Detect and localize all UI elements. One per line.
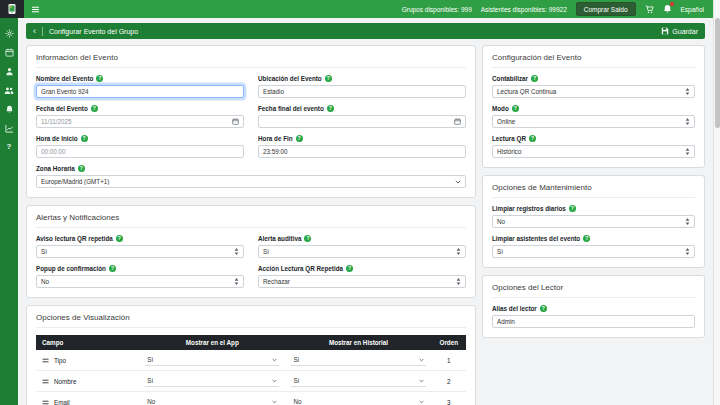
drag-handle-icon[interactable] xyxy=(42,379,49,384)
mode-label: Modo ? xyxy=(492,105,695,112)
chevron-down-icon xyxy=(455,180,461,184)
help-icon[interactable]: ? xyxy=(529,135,536,142)
calendar-picker-icon[interactable] xyxy=(454,118,461,125)
card-event-config: Configuración del Evento Contabilizar ? … xyxy=(482,45,705,168)
confirmation-popup-select[interactable]: No xyxy=(36,275,244,288)
groups-available-label: Grupos disponibles: 999 xyxy=(402,6,472,13)
help-icon[interactable]: ? xyxy=(81,135,88,142)
help-icon[interactable]: ? xyxy=(296,135,303,142)
card-display-options: Opciones de Visualización Campo Mostrar … xyxy=(26,305,476,405)
reader-alias-label: Alias del lector ? xyxy=(492,305,695,312)
select-arrows-icon xyxy=(234,248,239,255)
help-icon[interactable]: ? xyxy=(116,235,123,242)
end-time-label: Hora de Fin ? xyxy=(258,135,466,142)
calendar-picker-icon[interactable] xyxy=(232,118,239,125)
back-button[interactable]: ‹ xyxy=(33,27,36,36)
card-event-info-title: Información del Evento xyxy=(36,53,466,68)
qr-reading-label: Lectura QR ? xyxy=(492,135,695,142)
help-icon[interactable]: ? xyxy=(531,75,538,82)
help-icon[interactable]: ? xyxy=(569,205,576,212)
show-in-app-select[interactable]: Sí xyxy=(145,375,279,387)
chart-icon[interactable] xyxy=(5,124,14,133)
show-in-history-select[interactable]: Sí xyxy=(291,354,425,366)
scrollbar-thumb[interactable] xyxy=(715,18,720,128)
mode-select[interactable]: Online xyxy=(492,115,695,128)
help-icon[interactable]: ? xyxy=(109,265,116,272)
card-alerts: Alertas y Notificaciones Aviso lectura Q… xyxy=(26,205,476,298)
page-title: Configurar Evento del Grupo xyxy=(49,28,138,35)
buy-balance-button[interactable]: Comprar Saldo xyxy=(576,2,636,16)
menu-icon[interactable] xyxy=(31,5,40,14)
help-icon[interactable]: ? xyxy=(91,105,98,112)
save-icon xyxy=(661,27,669,35)
show-in-app-select[interactable]: Sí xyxy=(145,354,279,366)
select-arrows-icon xyxy=(685,88,690,95)
bell-icon[interactable] xyxy=(5,105,14,114)
event-name-input-wrap xyxy=(36,85,244,98)
calendar-icon[interactable] xyxy=(5,48,14,57)
select-arrows-icon xyxy=(234,278,239,285)
page-header: ‹ Configurar Evento del Grupo Guardar xyxy=(26,23,705,39)
repeated-qr-action-select[interactable]: Rechazar xyxy=(258,275,466,288)
help-icon[interactable]: ? xyxy=(346,265,353,272)
display-options-table: Campo Mostrar en el App Mostrar en Histo… xyxy=(36,335,466,405)
help-icon[interactable]: ? xyxy=(325,75,332,82)
users-icon[interactable] xyxy=(4,86,14,95)
chevron-down-icon xyxy=(419,379,424,383)
chevron-down-icon xyxy=(272,400,277,404)
help-icon[interactable]: ? xyxy=(96,75,103,82)
select-arrows-icon xyxy=(685,118,690,125)
card-display-options-title: Opciones de Visualización xyxy=(36,313,466,328)
user-icon[interactable] xyxy=(5,67,14,76)
clear-event-attendees-label: Limpiar asistentes del evento ? xyxy=(492,235,695,242)
event-name-input[interactable] xyxy=(41,88,239,95)
chevron-down-icon xyxy=(419,400,424,404)
order-value: 2 xyxy=(432,371,466,392)
audio-alert-select[interactable]: Sí xyxy=(258,245,466,258)
help-icon[interactable]: ? xyxy=(540,305,547,312)
save-button-label: Guardar xyxy=(672,28,698,35)
clear-daily-records-select[interactable]: No xyxy=(492,215,695,228)
help-icon[interactable]: ? xyxy=(78,165,85,172)
timezone-select[interactable]: Europe/Madrid (GMT+1) xyxy=(36,175,466,188)
table-row: Nombre Sí Sí xyxy=(36,371,466,392)
order-value: 3 xyxy=(432,392,466,405)
app-logo[interactable] xyxy=(0,0,24,18)
select-arrows-icon xyxy=(456,248,461,255)
start-time-input[interactable] xyxy=(41,148,239,155)
select-arrows-icon xyxy=(685,218,690,225)
reader-alias-input[interactable] xyxy=(497,318,690,325)
event-end-date-label: Fecha final del evento ? xyxy=(258,105,466,112)
cart-icon[interactable] xyxy=(645,5,654,14)
show-in-app-select[interactable]: No xyxy=(145,396,279,405)
repeated-qr-warning-select[interactable]: Sí xyxy=(36,245,244,258)
card-reader-options-title: Opciones del Lector xyxy=(492,283,695,298)
show-in-history-select[interactable]: No xyxy=(291,396,425,405)
help-icon[interactable]: ? xyxy=(512,105,519,112)
card-alerts-title: Alertas y Notificaciones xyxy=(36,213,466,228)
help-icon[interactable]: ? xyxy=(583,235,590,242)
language-selector[interactable]: Español xyxy=(681,6,705,13)
chevron-down-icon xyxy=(272,358,277,362)
drag-handle-icon[interactable] xyxy=(42,358,49,363)
settings-icon[interactable] xyxy=(5,29,14,38)
help-icon[interactable]: ? xyxy=(304,235,311,242)
event-end-date-input[interactable] xyxy=(263,118,454,125)
qr-reading-select[interactable]: Histórico xyxy=(492,145,695,158)
card-maintenance-title: Opciones de Mantenimiento xyxy=(492,183,695,198)
sidebar: ? xyxy=(0,18,18,405)
end-time-input[interactable] xyxy=(263,148,461,155)
help-icon[interactable]: ? xyxy=(7,143,12,151)
clear-event-attendees-select[interactable]: Sí xyxy=(492,245,695,258)
notifications-bell-icon[interactable] xyxy=(663,4,672,14)
event-location-input[interactable] xyxy=(263,88,461,95)
show-in-history-select[interactable]: Sí xyxy=(291,375,425,387)
repeated-qr-warning-label: Aviso lectura QR repetida ? xyxy=(36,235,244,242)
event-date-input[interactable] xyxy=(41,118,232,125)
drag-handle-icon[interactable] xyxy=(42,400,49,405)
save-button[interactable]: Guardar xyxy=(661,27,698,35)
attendees-available-label: Asistentes disponibles: 99922 xyxy=(481,6,567,13)
count-mode-select[interactable]: Lectura QR Continua xyxy=(492,85,695,98)
scrollbar-track[interactable] xyxy=(713,0,720,405)
help-icon[interactable]: ? xyxy=(327,105,334,112)
